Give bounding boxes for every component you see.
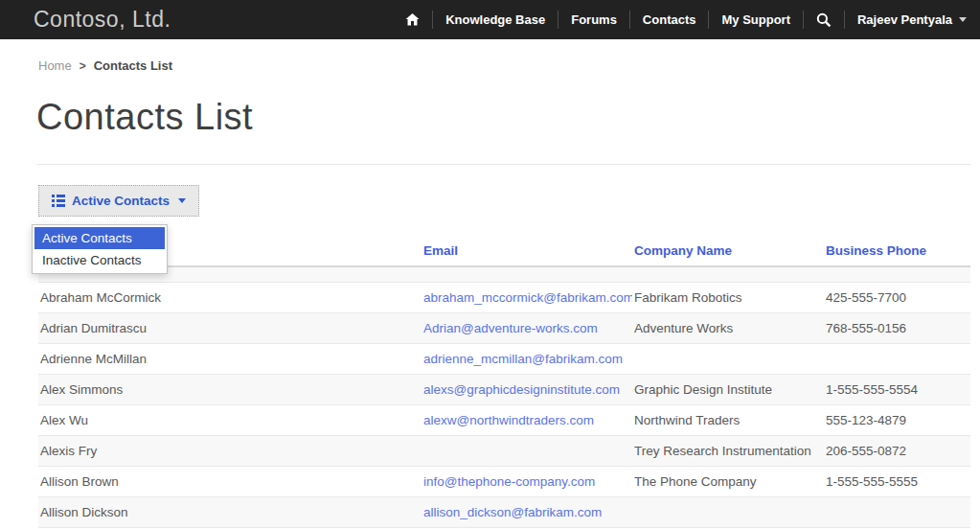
nav-separator — [803, 11, 804, 29]
contacts-table: Email Company Name Business Phone Abraha… — [38, 236, 970, 528]
cell-company: Northwind Traders — [632, 404, 824, 435]
user-name: Rajeev Pentyala — [857, 12, 952, 27]
cell-name: Allison Dickson — [38, 496, 422, 527]
column-header-company[interactable]: Company Name — [632, 236, 824, 266]
cell-name: Adrian Dumitrascu — [38, 312, 422, 343]
cell-company: The Phone Company — [632, 466, 824, 496]
cell-email: alexw@northwindtraders.com — [422, 404, 632, 435]
cell-company: Fabrikam Robotics — [632, 282, 824, 312]
cell-company: Adventure Works — [632, 312, 824, 343]
cell-phone: 425-555-7700 — [824, 282, 970, 312]
home-nav-button[interactable] — [405, 12, 420, 27]
brand-logo[interactable]: Contoso, Ltd. — [34, 7, 171, 33]
nav-separator — [558, 11, 558, 29]
table-spacer-row — [38, 266, 970, 282]
cell-phone: 1-555-555-5554 — [824, 374, 970, 404]
search-button[interactable] — [816, 12, 832, 28]
page-title: Contacts List — [36, 97, 253, 138]
title-divider — [36, 164, 970, 165]
caret-down-icon — [959, 17, 967, 22]
cell-name: Alex Simmons — [38, 374, 422, 404]
nav-separator — [629, 11, 630, 29]
table-row: Alexis Fry Trey Research Instrumentation… — [38, 435, 970, 466]
caret-down-icon — [178, 198, 186, 203]
view-selector-label: Active Contacts — [72, 194, 170, 208]
email-link[interactable]: info@thephone-company.com — [423, 474, 595, 489]
search-icon — [816, 12, 832, 28]
cell-name: Allison Brown — [38, 466, 422, 496]
table-row: Allison Dickson allison_dickson@fabrikam… — [38, 496, 970, 527]
nav-item-knowledge-base[interactable]: Knowledge Base — [445, 12, 545, 27]
cell-company: Graphic Design Institute — [632, 374, 824, 404]
cell-company — [632, 496, 824, 527]
cell-email: abraham_mccormick@fabrikam.com — [422, 282, 632, 312]
cell-company: Trey Research Instrumentation — [632, 435, 824, 466]
cell-email: alexs@graphicdesigninstitute.com — [422, 374, 632, 404]
cell-phone: 555-123-4879 — [824, 404, 970, 435]
table-row: Adrian Dumitrascu Adrian@adventure-works… — [38, 312, 970, 343]
table-row: Allison Brown info@thephone-company.com … — [38, 466, 970, 496]
column-header-email[interactable]: Email — [422, 236, 632, 266]
cell-name: Abraham McCormick — [38, 282, 422, 312]
breadcrumb-home-link[interactable]: Home — [38, 58, 72, 73]
table-row: Alex Wu alexw@northwindtraders.com North… — [38, 404, 970, 435]
table-header-row: Email Company Name Business Phone — [38, 236, 970, 266]
dropdown-item-active-contacts[interactable]: Active Contacts — [34, 227, 165, 249]
nav-item-forums[interactable]: Forums — [571, 12, 617, 27]
cell-email: info@thephone-company.com — [422, 466, 632, 496]
table-row: Alex Simmons alexs@graphicdesigninstitut… — [38, 374, 970, 404]
cell-email: allison_dickson@fabrikam.com — [422, 496, 632, 527]
dropdown-item-inactive-contacts[interactable]: Inactive Contacts — [34, 249, 165, 271]
nav-separator — [432, 11, 433, 29]
cell-email: adrienne_mcmillan@fabrikam.com — [422, 343, 632, 374]
cell-name: Adrienne McMillan — [38, 343, 422, 374]
email-link[interactable]: allison_dickson@fabrikam.com — [423, 505, 602, 519]
nav-item-contacts[interactable]: Contacts — [643, 12, 696, 27]
cell-phone: 206-555-0872 — [824, 435, 970, 466]
column-header-phone[interactable]: Business Phone — [824, 236, 970, 266]
cell-phone: 1-555-555-5555 — [824, 466, 970, 496]
top-navbar: Contoso, Ltd. Knowledge Base Forums Cont… — [0, 0, 980, 39]
user-menu[interactable]: Rajeev Pentyala — [857, 12, 967, 27]
nav-item-my-support[interactable]: My Support — [721, 12, 790, 27]
list-icon — [52, 195, 65, 207]
email-link[interactable]: Adrian@adventure-works.com — [423, 321, 598, 335]
navbar-menu: Knowledge Base Forums Contacts My Suppor… — [405, 11, 967, 29]
table-row: Abraham McCormick abraham_mccormick@fabr… — [38, 282, 970, 312]
cell-name: Alexis Fry — [38, 435, 422, 466]
cell-phone — [824, 496, 970, 527]
email-link[interactable]: alexs@graphicdesigninstitute.com — [423, 382, 620, 397]
cell-email: Adrian@adventure-works.com — [422, 312, 632, 343]
cell-email — [422, 435, 632, 466]
cell-name: Alex Wu — [38, 404, 422, 435]
breadcrumb-separator: > — [80, 59, 86, 73]
email-link[interactable]: adrienne_mcmillan@fabrikam.com — [423, 352, 623, 366]
view-selector-button[interactable]: Active Contacts — [38, 185, 199, 217]
view-dropdown-menu: Active Contacts Inactive Contacts — [32, 224, 168, 274]
cell-phone: 768-555-0156 — [824, 312, 970, 343]
breadcrumb-current: Contacts List — [94, 58, 172, 73]
email-link[interactable]: abraham_mccormick@fabrikam.com — [423, 290, 632, 305]
cell-phone — [824, 343, 970, 374]
breadcrumb: Home > Contacts List — [38, 58, 172, 73]
nav-separator — [844, 11, 845, 29]
email-link[interactable]: alexw@northwindtraders.com — [423, 413, 594, 427]
cell-company — [632, 343, 824, 374]
home-icon — [405, 12, 420, 27]
table-row: Adrienne McMillan adrienne_mcmillan@fabr… — [38, 343, 970, 374]
nav-separator — [708, 11, 709, 29]
